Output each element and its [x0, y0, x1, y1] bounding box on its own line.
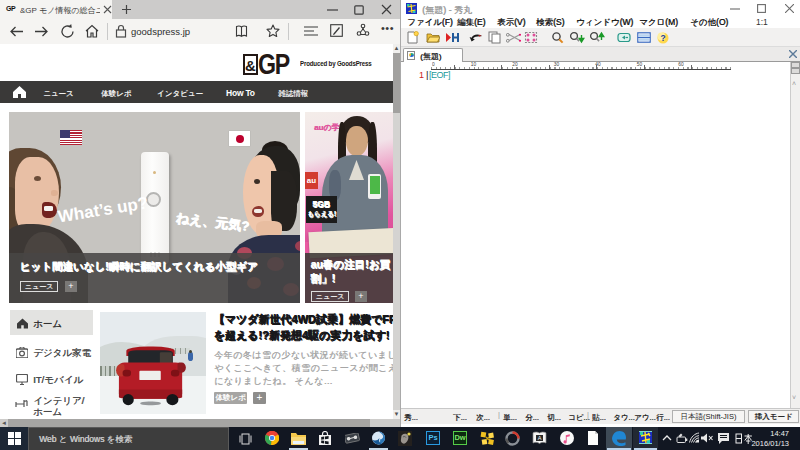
svg-text:?: ? [660, 33, 665, 43]
svg-text:A: A [538, 435, 542, 441]
